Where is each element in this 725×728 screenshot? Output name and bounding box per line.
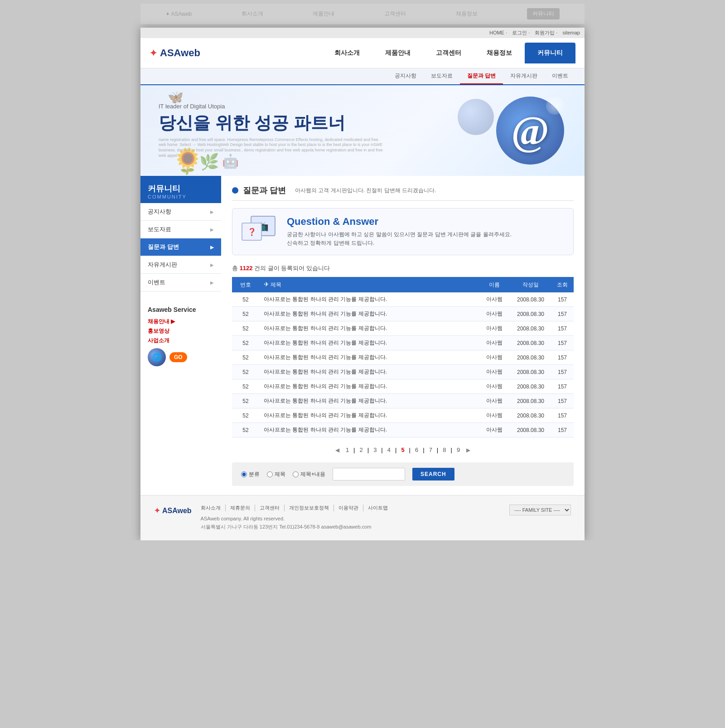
hero-text-block: IT leader of Digital Utopia 당신을 위한 성공 파트… <box>159 103 385 159</box>
radio-title-content[interactable] <box>293 471 299 477</box>
sidebar-item-notice[interactable]: 공지사항 ▶ <box>140 203 221 221</box>
chevron-right-icon: ▶ <box>210 280 214 285</box>
cell-date: 2008.08.30 <box>510 423 551 437</box>
util-sitemap-link[interactable]: sitemap <box>562 30 580 35</box>
page-5-link[interactable]: 5 <box>399 446 406 454</box>
nav-support[interactable]: 고객센터 <box>423 43 474 63</box>
sidebar-service-promo[interactable]: 홍보영상 <box>148 327 214 335</box>
cell-name: 아사웹 <box>478 379 510 394</box>
subnav-qa[interactable]: 질문과 답변 <box>460 68 503 84</box>
prev-page-link[interactable]: ◀ <box>334 446 341 454</box>
cell-views: 157 <box>551 292 574 307</box>
table-row: 52 아사프로는 통합된 하나의 관리 기능를 제공합니다. 아사웹 2008.… <box>232 292 574 307</box>
qa-illustration: 📺 ❓ <box>242 216 278 248</box>
cell-num: 52 <box>232 379 259 394</box>
hero-description: name registration and free will space. H… <box>159 137 385 159</box>
cell-date: 2008.08.30 <box>510 336 551 350</box>
table-row: 52 아사프로는 통합된 하나의 관리 기능를 제공합니다. 아사웹 2008.… <box>232 321 574 336</box>
radio-category[interactable] <box>241 471 247 477</box>
page-7-link[interactable]: 7 <box>427 446 434 454</box>
cell-title[interactable]: 아사프로는 통합된 하나의 관리 기능를 제공합니다. <box>259 365 478 379</box>
page-2-link[interactable]: 2 <box>358 446 365 454</box>
qa-icon-group: 📺 ❓ <box>242 216 278 248</box>
sidebar-item-press[interactable]: 보도자료 ▶ <box>140 221 221 238</box>
sidebar-item-label: 질문과 답변 <box>148 243 179 251</box>
logo[interactable]: ✦ ASAweb <box>150 47 200 59</box>
page-8-link[interactable]: 8 <box>441 446 448 454</box>
next-page-link[interactable]: ▶ <box>464 446 472 454</box>
cell-title[interactable]: 아사프로는 통합된 하나의 관리 기능를 제공합니다. <box>259 408 478 423</box>
page-6-link[interactable]: 6 <box>413 446 420 454</box>
utility-bar: HOME · 로그인 · 회원가입 · sitemap <box>140 28 585 38</box>
footer-link-company[interactable]: 회사소개 <box>201 505 226 511</box>
sidebar-service-business[interactable]: 사업소개 <box>148 337 214 345</box>
cell-name: 아사웹 <box>478 307 510 321</box>
sidebar-item-board[interactable]: 자유게시판 ▶ <box>140 256 221 274</box>
search-option-title-content[interactable]: 제목+내용 <box>293 471 325 478</box>
util-join-link[interactable]: 회원가입 <box>535 30 555 35</box>
cell-num: 52 <box>232 365 259 379</box>
search-option-category[interactable]: 분류 <box>241 471 260 478</box>
util-home-link[interactable]: HOME <box>489 30 504 35</box>
subnav-press[interactable]: 보도자료 <box>424 68 460 84</box>
sidebar-title-block: 커뮤니티 COMMUNITY <box>140 176 221 203</box>
search-input[interactable] <box>333 468 405 480</box>
nav-jobs[interactable]: 채용정보 <box>474 43 525 63</box>
chevron-right-icon: ▶ <box>210 262 214 267</box>
footer-link-partner[interactable]: 제휴문의 <box>230 505 255 511</box>
cell-name: 아사웹 <box>478 350 510 365</box>
sidebar-item-label: 이벤트 <box>148 278 165 286</box>
subnav-board[interactable]: 자유게시판 <box>503 68 545 84</box>
cell-title[interactable]: 아사프로는 통합된 하나의 관리 기능를 제공합니다. <box>259 394 478 408</box>
footer-link-support[interactable]: 고객센터 <box>260 505 285 511</box>
cell-title[interactable]: 아사프로는 통합된 하나의 관리 기능를 제공합니다. <box>259 307 478 321</box>
sidebar-service-jobs[interactable]: 채용안내 ▶ <box>148 318 214 325</box>
cell-title[interactable]: 아사프로는 통합된 하나의 관리 기능를 제공합니다. <box>259 379 478 394</box>
cell-title[interactable]: 아사프로는 통합된 하나의 관리 기능를 제공합니다. <box>259 321 478 336</box>
search-button[interactable]: SEARCH <box>412 468 454 480</box>
sidebar-item-events[interactable]: 이벤트 ▶ <box>140 274 221 291</box>
sidebar-menu: 공지사항 ▶ 보도자료 ▶ 질문과 답변 ▶ 자유게시판 ▶ 이벤트 ▶ <box>140 203 221 291</box>
table-row: 52 아사프로는 통합된 하나의 관리 기능를 제공합니다. 아사웹 2008.… <box>232 365 574 379</box>
cell-name: 아사웹 <box>478 408 510 423</box>
page-9-link[interactable]: 9 <box>455 446 462 454</box>
header: ✦ ASAweb 회사소개 제품안내 고객센터 채용정보 커뮤니티 <box>140 38 585 68</box>
sidebar-item-qa[interactable]: 질문과 답변 ▶ <box>140 238 221 256</box>
search-option-title[interactable]: 제목 <box>267 471 285 478</box>
footer-link-sitemap[interactable]: 사이트맵 <box>368 505 392 511</box>
cell-date: 2008.08.30 <box>510 379 551 394</box>
cell-name: 아사웹 <box>478 321 510 336</box>
main-area: 커뮤니티 COMMUNITY 공지사항 ▶ 보도자료 ▶ 질문과 답변 ▶ 자유… <box>140 176 585 495</box>
nav-products[interactable]: 제품안내 <box>372 43 423 63</box>
nav-company[interactable]: 회사소개 <box>322 43 372 63</box>
posts-table: 번호 ✈ 제목 이름 작성일 조회 52 아사프로는 통합된 하나의 관리 기능… <box>232 277 574 437</box>
go-button[interactable]: GO <box>169 352 187 362</box>
util-login-link[interactable]: 로그인 <box>512 30 527 35</box>
main-navigation: 회사소개 제품안내 고객센터 채용정보 커뮤니티 <box>200 43 575 63</box>
cell-title[interactable]: 아사프로는 통합된 하나의 관리 기능를 제공합니다. <box>259 336 478 350</box>
cell-title[interactable]: 아사프로는 통합된 하나의 관리 기능를 제공합니다. <box>259 350 478 365</box>
cell-views: 157 <box>551 394 574 408</box>
footer-link-privacy[interactable]: 개인정보보호정책 <box>289 505 334 511</box>
page-4-link[interactable]: 4 <box>386 446 392 454</box>
cell-title[interactable]: 아사프로는 통합된 하나의 관리 기능를 제공합니다. <box>259 423 478 437</box>
at-symbol-decoration: @ <box>494 94 566 167</box>
footer-link-terms[interactable]: 이용약관 <box>338 505 363 511</box>
page-3-link[interactable]: 3 <box>372 446 378 454</box>
cell-num: 52 <box>232 292 259 307</box>
cell-title[interactable]: 아사프로는 통합된 하나의 관리 기능를 제공합니다. <box>259 292 478 307</box>
ghost-nav2: 제품안내 <box>313 10 334 18</box>
col-name: 이름 <box>478 277 510 292</box>
sidebar-service-block: Asaweb Service 채용안내 ▶ 홍보영상 사업소개 🌐 GO <box>140 301 221 372</box>
subnav-events[interactable]: 이벤트 <box>545 68 575 84</box>
pagination: ◀ 1 | 2 | 3 | 4 | 5 | 6 | 7 | 8 | 9 ▶ <box>232 446 574 454</box>
family-site-select[interactable]: ---- FAMILY SITE ---- <box>509 505 571 515</box>
page-1-link[interactable]: 1 <box>344 446 351 454</box>
footer-nav: 회사소개 제휴문의 고객센터 개인정보보호정책 이용약관 사이트맵 <box>201 505 500 511</box>
subnav-notice[interactable]: 공지사항 <box>387 68 424 84</box>
cell-date: 2008.08.30 <box>510 350 551 365</box>
radio-title[interactable] <box>267 471 273 477</box>
cell-views: 157 <box>551 336 574 350</box>
nav-community[interactable]: 커뮤니티 <box>525 43 575 63</box>
footer: ✦ ASAweb 회사소개 제휴문의 고객센터 개인정보보호정책 이용약관 사이… <box>140 495 585 540</box>
